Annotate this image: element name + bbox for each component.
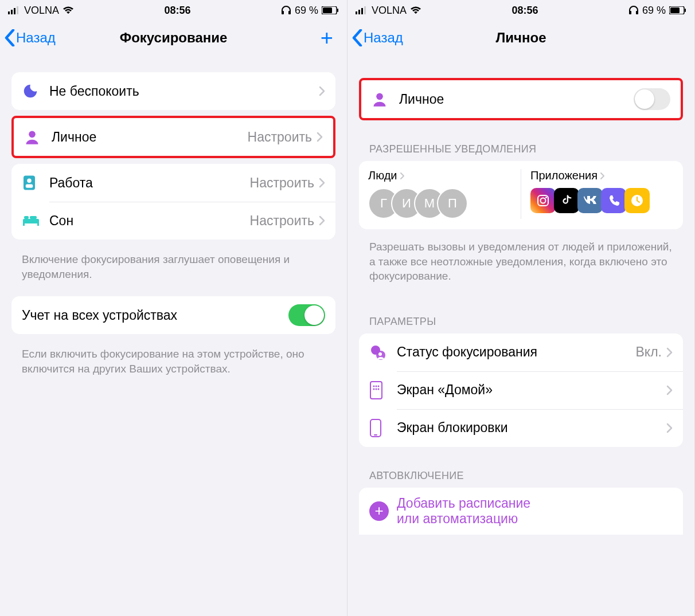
plus-circle-icon: + bbox=[369, 501, 389, 521]
focus-row-work[interactable]: Работа Настроить bbox=[11, 164, 335, 202]
back-label: Назад bbox=[16, 30, 56, 46]
person-icon bbox=[372, 91, 399, 107]
add-line1: Добавить расписание bbox=[397, 496, 530, 511]
personal-toggle[interactable] bbox=[634, 88, 670, 110]
focus-row-sleep[interactable]: Сон Настроить bbox=[11, 202, 335, 240]
phone-outline-icon bbox=[369, 418, 397, 438]
chevron-right-icon bbox=[600, 172, 605, 180]
nav-bar: Назад Личное bbox=[348, 21, 694, 55]
clock-icon bbox=[624, 188, 650, 213]
nav-bar: Назад Фокусирование + bbox=[0, 21, 347, 55]
instagram-icon bbox=[530, 188, 556, 213]
svg-point-9 bbox=[29, 131, 36, 138]
svg-rect-13 bbox=[23, 219, 39, 223]
highlight-personal-toggle: Личное bbox=[359, 78, 683, 120]
people-link[interactable]: Люди bbox=[368, 169, 512, 182]
badge-icon bbox=[22, 174, 49, 191]
status-time: 08:56 bbox=[164, 5, 190, 17]
viber-icon bbox=[601, 188, 626, 213]
row-label: Сон bbox=[49, 213, 250, 229]
row-detail: Настроить bbox=[250, 213, 314, 229]
svg-point-40 bbox=[376, 388, 377, 390]
row-label: Личное bbox=[52, 130, 248, 145]
add-focus-button[interactable]: + bbox=[321, 30, 333, 46]
chevron-right-icon bbox=[317, 132, 323, 142]
page-title: Личное bbox=[495, 30, 546, 46]
svg-rect-0 bbox=[8, 11, 10, 14]
chevron-right-icon bbox=[666, 423, 673, 433]
personal-toggle-row[interactable]: Личное bbox=[361, 80, 681, 118]
svg-point-11 bbox=[27, 179, 32, 183]
status-share-icon bbox=[369, 344, 397, 361]
svg-rect-23 bbox=[636, 11, 638, 14]
svg-rect-35 bbox=[370, 382, 382, 399]
chevron-right-icon bbox=[400, 172, 405, 180]
svg-rect-43 bbox=[374, 434, 377, 435]
svg-rect-3 bbox=[17, 6, 18, 14]
focus-row-dnd[interactable]: Не беспокоить bbox=[11, 72, 335, 110]
svg-rect-17 bbox=[30, 216, 37, 219]
svg-rect-22 bbox=[629, 11, 631, 14]
svg-rect-2 bbox=[14, 8, 15, 14]
focus-row-personal[interactable]: Личное Настроить bbox=[14, 118, 333, 156]
chevron-right-icon bbox=[319, 86, 325, 96]
back-button[interactable]: Назад bbox=[352, 29, 403, 46]
svg-rect-21 bbox=[364, 6, 366, 14]
wifi-icon bbox=[410, 6, 421, 14]
battery-icon bbox=[669, 6, 686, 14]
svg-point-41 bbox=[378, 388, 380, 390]
status-bar: VOLNA 08:56 69 % bbox=[0, 0, 347, 21]
chevron-right-icon bbox=[666, 385, 673, 395]
headphones-icon bbox=[281, 6, 291, 15]
battery-percent: 69 % bbox=[295, 5, 318, 17]
back-button[interactable]: Назад bbox=[5, 29, 56, 46]
svg-point-29 bbox=[541, 198, 546, 203]
chevron-right-icon bbox=[666, 347, 673, 358]
vk-icon bbox=[577, 188, 603, 213]
svg-rect-26 bbox=[685, 9, 686, 12]
svg-rect-19 bbox=[358, 10, 360, 14]
battery-icon bbox=[322, 6, 339, 14]
share-toggle[interactable] bbox=[288, 304, 325, 326]
wifi-icon bbox=[63, 6, 74, 14]
row-label: Экран «Домой» bbox=[397, 382, 666, 398]
chevron-left-icon bbox=[352, 29, 362, 46]
signal-icon bbox=[356, 6, 368, 14]
row-detail: Вкл. bbox=[636, 344, 662, 360]
focus-status-row[interactable]: Статус фокусирования Вкл. bbox=[359, 333, 683, 371]
svg-rect-4 bbox=[282, 11, 284, 14]
add-schedule-button[interactable]: + Добавить расписание или автоматизацию bbox=[359, 488, 683, 535]
svg-rect-42 bbox=[370, 419, 381, 437]
allowed-footer: Разрешать вызовы и уведомления от людей … bbox=[359, 237, 683, 299]
app-grid-icon bbox=[369, 380, 397, 400]
screen-personal-focus: VOLNA 08:56 69 % Назад Личное Личное bbox=[348, 0, 695, 616]
status-bar: VOLNA 08:56 69 % bbox=[348, 0, 694, 21]
row-label: Личное bbox=[399, 92, 634, 107]
svg-rect-15 bbox=[37, 222, 39, 226]
svg-point-27 bbox=[376, 93, 383, 100]
people-label: Люди bbox=[368, 169, 397, 182]
highlight-personal: Личное Настроить bbox=[11, 116, 335, 158]
row-label: Экран блокировки bbox=[397, 420, 666, 435]
row-detail: Настроить bbox=[248, 130, 312, 145]
row-label: Не беспокоить bbox=[49, 84, 319, 99]
row-label: Учет на всех устройствах bbox=[22, 308, 288, 323]
chevron-right-icon bbox=[319, 215, 325, 226]
screen-focus-list: VOLNA 08:56 69 % Назад Фокусирование + Н… bbox=[0, 0, 348, 616]
app-icons-row bbox=[530, 188, 674, 213]
home-screen-row[interactable]: Экран «Домой» bbox=[359, 371, 683, 409]
svg-point-38 bbox=[378, 385, 380, 387]
lock-screen-row[interactable]: Экран блокировки bbox=[359, 409, 683, 447]
moon-icon bbox=[22, 83, 49, 100]
allowed-header: РАЗРЕШЕННЫЕ УВЕДОМЛЕНИЯ bbox=[359, 126, 683, 161]
share-across-devices-row[interactable]: Учет на всех устройствах bbox=[11, 296, 335, 334]
carrier-label: VOLNA bbox=[372, 5, 407, 17]
focus-footer: Включение фокусирования заглушает оповещ… bbox=[11, 245, 335, 296]
row-label: Работа bbox=[49, 175, 250, 191]
apps-link[interactable]: Приложения bbox=[530, 169, 674, 182]
tiktok-icon bbox=[554, 188, 579, 213]
share-footer: Если включить фокусирование на этом устр… bbox=[11, 340, 335, 391]
avatar: П bbox=[437, 188, 468, 219]
params-header: ПАРАМЕТРЫ bbox=[359, 299, 683, 333]
svg-rect-7 bbox=[323, 7, 332, 13]
